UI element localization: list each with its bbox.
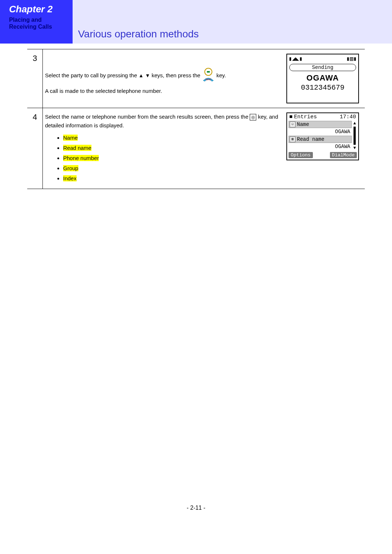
scroll-down-icon: ▼ <box>353 145 356 151</box>
entries-list: ☺ Name OGAWA ▥ Read name OGAWA <box>289 121 352 151</box>
step3-text-a: Select the party to call by pressing the <box>45 72 139 78</box>
down-arrow-icon: ▼ <box>145 71 150 79</box>
step-text: Select the name or telephone number from… <box>43 108 285 189</box>
row-readname-label: Read name <box>297 136 324 142</box>
scroll-thumb <box>354 127 356 145</box>
center-key-icon: ◎ <box>250 114 256 120</box>
row-name-label: Name <box>297 122 309 127</box>
scroll-up-icon: ▲ <box>353 121 356 126</box>
chapter-number: Chapter 2 <box>9 4 68 15</box>
steps-table: 3 Select the party to call by pressing t… <box>27 49 365 189</box>
page-number: - 2-11 - <box>0 505 392 511</box>
signal-icon: ▮◢◣▮ <box>289 55 303 62</box>
up-arrow-icon: ▲ <box>139 71 144 79</box>
entries-time: 17:40 <box>340 114 356 120</box>
phone-screen-sending: ▮◢◣▮ ▮▥▮ Sending OGAWA 0312345679 <box>286 54 359 103</box>
softkey-dialmode: DialMode <box>330 152 357 158</box>
step3-text-c: key. <box>216 72 226 78</box>
entries-body: ☺ Name OGAWA ▥ Read name OGAWA ▲ <box>287 121 358 151</box>
call-number: 0312345679 <box>287 83 358 92</box>
entries-title: Entries <box>294 114 317 120</box>
bullet-name: Name <box>63 134 282 142</box>
phone-preview-cell: ▮◢◣▮ ▮▥▮ Sending OGAWA 0312345679 <box>284 49 365 108</box>
softkey-options: Options <box>289 152 313 158</box>
step3-text-d: A call is made to the selected telephone… <box>45 87 282 95</box>
detail-bullets: Name Read name Phone number Group Index <box>45 134 282 183</box>
step-row-4: 4 Select the name or telephone number fr… <box>27 108 365 189</box>
step-text: Select the party to call by pressing the… <box>43 49 285 108</box>
phone-status-bar: ▮◢◣▮ ▮▥▮ <box>287 54 358 63</box>
sending-label: Sending <box>289 64 356 71</box>
chapter-subtitle: Placing and Receiving Calls <box>9 16 68 30</box>
content-area: 3 Select the party to call by pressing t… <box>0 44 392 189</box>
svg-text:SEND: SEND <box>205 78 212 81</box>
bullet-phone-number: Phone number <box>63 154 282 163</box>
row-readname-header: ▥ Read name <box>289 136 352 143</box>
call-name: OGAWA <box>287 73 358 83</box>
entries-titlebar: ■Entries 17:40 <box>287 113 358 121</box>
row-name-value: OGAWA <box>289 128 352 136</box>
doc-icon: ▥ <box>290 136 295 142</box>
bullet-index: Index <box>63 174 282 183</box>
step-row-3: 3 Select the party to call by pressing t… <box>27 49 365 108</box>
chapter-box: Chapter 2 Placing and Receiving Calls <box>0 0 73 44</box>
row-readname-value: OGAWA <box>289 143 352 151</box>
square-icon: ■ <box>289 114 293 120</box>
page-header: Chapter 2 Placing and Receiving Calls Va… <box>0 0 392 44</box>
step4-text-a: Select the name or telephone number from… <box>45 114 250 120</box>
battery-icon: ▮▥▮ <box>346 55 357 62</box>
step3-text-b: keys, then press the <box>152 72 202 78</box>
section-box: Various operation methods <box>73 0 392 44</box>
person-icon: ☺ <box>290 122 295 127</box>
bullet-read-name: Read name <box>63 144 282 152</box>
softkey-bar: Options DialMode <box>287 151 358 160</box>
row-name-header: ☺ Name <box>289 121 352 128</box>
step-number: 4 <box>27 108 43 189</box>
phone-screen-entries: ■Entries 17:40 ☺ Name OGAWA ▥ <box>286 112 359 160</box>
phone-preview-cell: ■Entries 17:40 ☺ Name OGAWA ▥ <box>284 108 365 189</box>
send-key-icon: SEND <box>202 67 215 85</box>
bullet-group: Group <box>63 164 282 173</box>
scrollbar: ▲ ▼ <box>352 121 357 151</box>
section-title: Various operation methods <box>78 28 199 40</box>
step-number: 3 <box>27 49 43 108</box>
